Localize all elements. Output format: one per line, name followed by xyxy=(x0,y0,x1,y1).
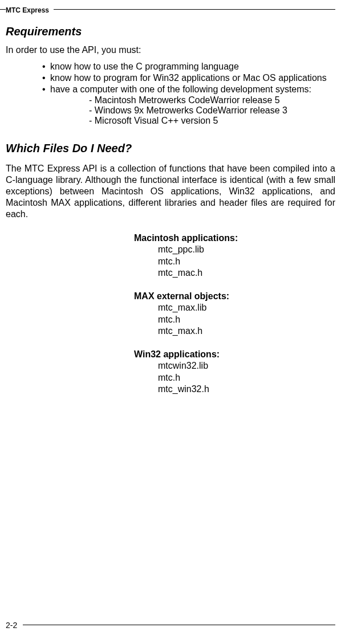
requirements-sub-bullets: - Macintosh Metrowerks CodeWarrior relea… xyxy=(50,95,331,126)
bullet-item: know how to program for Win32 applicatio… xyxy=(50,72,331,84)
file-group-title: Win32 applications: xyxy=(134,349,335,360)
file-name: mtc_ppc.lib xyxy=(158,244,335,255)
file-name: mtc_mac.h xyxy=(158,267,335,279)
file-name: mtc_win32.h xyxy=(158,384,335,395)
file-name: mtc_max.lib xyxy=(158,302,335,313)
files-block: Macintosh applications: mtc_ppc.lib mtc.… xyxy=(6,233,335,396)
file-name: mtc.h xyxy=(158,314,335,325)
file-group: MAX external objects: mtc_max.lib mtc.h … xyxy=(134,291,335,337)
page: MTC Express Requirements In order to use… xyxy=(0,0,341,644)
running-head-text: MTC Express xyxy=(6,6,54,14)
file-name: mtcwin32.lib xyxy=(158,360,335,372)
which-files-paragraph: The MTC Express API is a collection of f… xyxy=(6,163,335,220)
file-group-list: mtc_ppc.lib mtc.h mtc_mac.h xyxy=(134,244,335,279)
bullet-item: have a computer with one of the followin… xyxy=(50,84,331,95)
requirements-intro: In order to use the API, you must: xyxy=(6,45,335,55)
file-group-list: mtc_max.lib mtc.h mtc_max.h xyxy=(134,302,335,337)
file-group-title: Macintosh applications: xyxy=(134,233,335,244)
footer: 2-2 xyxy=(6,620,335,630)
file-group: Win32 applications: mtcwin32.lib mtc.h m… xyxy=(134,349,335,396)
file-group-list: mtcwin32.lib mtc.h mtc_win32.h xyxy=(134,360,335,395)
content: Requirements In order to use the API, yo… xyxy=(0,25,341,396)
file-group: Macintosh applications: mtc_ppc.lib mtc.… xyxy=(134,233,335,279)
sub-bullet-item: - Macintosh Metrowerks CodeWarrior relea… xyxy=(89,95,331,105)
bullet-item: know how to use the C programming langua… xyxy=(50,61,331,72)
page-number: 2-2 xyxy=(6,621,23,630)
running-head: MTC Express xyxy=(0,0,341,15)
footer-rule xyxy=(6,625,335,625)
sub-bullet-item: - Microsoft Visual C++ version 5 xyxy=(89,116,331,126)
file-name: mtc_max.h xyxy=(158,325,335,337)
file-name: mtc.h xyxy=(158,372,335,384)
requirements-bullets: know how to use the C programming langua… xyxy=(6,61,335,126)
file-name: mtc.h xyxy=(158,256,335,267)
sub-bullet-item: - Windows 9x Metrowerks CodeWarrior rele… xyxy=(89,105,331,116)
heading-which-files: Which Files Do I Need? xyxy=(6,142,335,155)
heading-requirements: Requirements xyxy=(6,25,335,38)
file-group-title: MAX external objects: xyxy=(134,291,335,302)
